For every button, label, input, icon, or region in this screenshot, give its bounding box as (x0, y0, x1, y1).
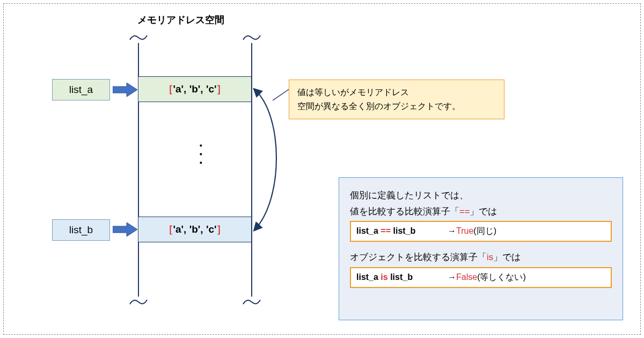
operator-is: is (380, 272, 387, 282)
result-panel: 個別に定義したリストでは、 値を比較する比較演算子「==」では list_a =… (339, 177, 623, 320)
cell-a-value: 'a', 'b', 'c' (173, 83, 217, 95)
diagram-title: メモリアドレス空間 (137, 13, 224, 26)
operator-is: is (487, 252, 493, 262)
eq-value: True (456, 226, 473, 235)
note-line1: 値は等しいがメモリアドレス (297, 85, 496, 99)
bracket-close: ］ (216, 82, 226, 96)
note-line2: 空間が異なる全く別のオブジェクトです。 (297, 99, 496, 113)
arrow-glyph-icon: → (448, 272, 456, 282)
memory-border-right (251, 35, 252, 303)
text: 」では (470, 206, 497, 216)
text: list_a (356, 226, 380, 235)
bracket-open: ［ (163, 222, 173, 236)
eq-outcome: →True(同じ) (448, 224, 496, 239)
memory-cell-list-b: ［ 'a', 'b', 'c' ］ (138, 217, 251, 242)
is-result-row: list_a is list_b →False(等しくない) (350, 267, 612, 288)
break-mark (129, 32, 148, 43)
break-mark (242, 32, 261, 43)
text: list_b (388, 272, 413, 282)
cell-b-value: 'a', 'b', 'c' (173, 224, 217, 235)
variable-label-a: list_a (52, 79, 110, 100)
eq-expression: list_a == list_b (356, 224, 448, 239)
bracket-open: ［ (163, 82, 173, 96)
memory-border-left (138, 35, 139, 303)
text: (等しくない) (477, 272, 526, 282)
text: 」では (493, 252, 521, 262)
operator-eq: == (459, 206, 470, 216)
operator-eq: == (380, 226, 391, 235)
memory-cell-list-a: ［ 'a', 'b', 'c' ］ (138, 76, 251, 102)
text: 値を比較する比較演算子「 (350, 206, 459, 216)
ellipsis-icon: ・・・ (194, 141, 209, 167)
eq-result-row: list_a == list_b →True(同じ) (350, 221, 612, 242)
svg-marker-0 (113, 83, 137, 97)
variable-label-b: list_b (52, 219, 110, 241)
arrow-icon (113, 83, 137, 97)
break-mark (242, 297, 261, 307)
text: (同じ) (473, 226, 496, 235)
bracket-close: ］ (216, 222, 226, 236)
is-outcome: →False(等しくない) (448, 270, 526, 285)
is-value: False (456, 272, 477, 282)
text: オブジェクトを比較する演算子「 (350, 252, 487, 262)
is-expression: list_a is list_b (356, 270, 448, 285)
svg-marker-1 (113, 222, 137, 236)
note-callout: 値は等しいがメモリアドレス 空間が異なる全く別のオブジェクトです。 (289, 80, 504, 119)
break-mark (129, 297, 148, 307)
arrow-glyph-icon: → (448, 226, 456, 235)
arrow-icon (113, 222, 137, 236)
text: list_b (391, 226, 415, 235)
text: list_a (356, 272, 380, 282)
result-intro1: 個別に定義したリストでは、 (350, 188, 612, 204)
result-intro2: 値を比較する比較演算子「==」では (350, 204, 612, 220)
result-intro3: オブジェクトを比較する演算子「is」では (350, 249, 612, 265)
